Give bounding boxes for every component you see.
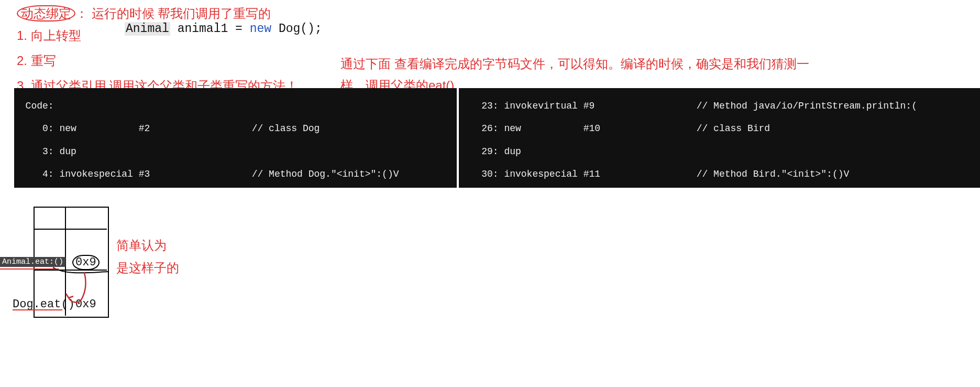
term-row: Code: [14, 101, 457, 112]
term-row: 29: dup [459, 146, 980, 158]
inline-code: Animal animal1 = new Dog(); [125, 22, 322, 36]
diagram-line [34, 229, 107, 230]
code-ctor: Dog(); [271, 22, 322, 36]
diagram-note: 简单认为 是这样子的 [116, 234, 179, 279]
address-cell-b: 0x9 [75, 298, 96, 311]
underline-icon [13, 309, 62, 310]
term-row: 0: new #2 // class Dog [14, 123, 457, 135]
bytecode-terminal-right: 23: invokevirtual #9 // Method java/io/P… [459, 88, 980, 188]
underline-icon [0, 268, 59, 270]
note-line-1: 简单认为 [116, 234, 179, 256]
title-rest: ： 运行的时候 帮我们调用了重写的 [75, 6, 271, 20]
term-row: 4: invokespecial #3 // Method Dog."<init… [14, 169, 457, 180]
animal-eat-badge: Animal.eat:() [0, 257, 65, 267]
bytecode-terminal-left: Code: 0: new #2 // class Dog 3: dup 4: i… [14, 88, 457, 188]
code-type: Animal [125, 22, 170, 36]
title-boxed: 动态绑定 [17, 5, 75, 22]
diagram-line [34, 270, 107, 271]
term-row: 26: new #10 // class Bird [459, 123, 980, 135]
term-row: 23: invokevirtual #9 // Method java/io/P… [459, 101, 980, 112]
term-row: 3: dup [14, 146, 457, 158]
code-keyword: new [250, 22, 271, 36]
term-row: 30: invokespecial #11 // Method Bird."<i… [459, 169, 980, 180]
address-cell-a: 0x9 [72, 255, 100, 270]
note-line-2: 是这样子的 [116, 256, 179, 279]
code-var: animal1 = [170, 22, 250, 36]
list-item-2: 2. 重写 [17, 48, 298, 73]
vtable-diagram: Animal.eat:() 0x9 Dog.eat() 0x9 [0, 205, 136, 320]
title-line: 动态绑定： 运行的时候 帮我们调用了重写的 [17, 5, 271, 22]
